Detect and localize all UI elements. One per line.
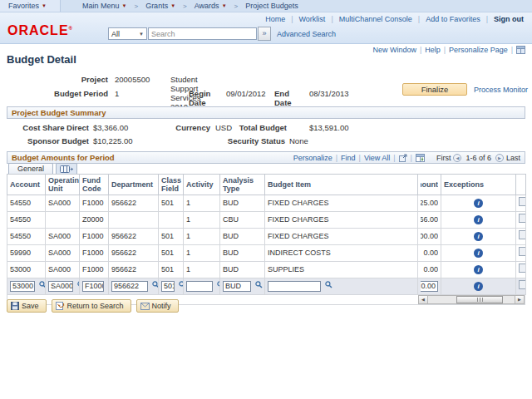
grid-section-header: Budget Amounts for Period Personalize | …: [7, 151, 525, 164]
save-button[interactable]: Save: [7, 299, 47, 313]
oracle-logo: ORACLE®: [7, 23, 73, 38]
personalize-page-link[interactable]: Personalize Page: [449, 46, 508, 54]
next-row-icon[interactable]: ▶: [495, 154, 504, 162]
account-input[interactable]: 53000: [10, 281, 35, 292]
fund-code-input[interactable]: F1000: [82, 281, 104, 292]
lookup-icon[interactable]: [325, 281, 332, 292]
analysis-type-input[interactable]: BUD: [223, 281, 251, 292]
breadcrumb-project-budgets[interactable]: Project Budgets: [242, 2, 302, 10]
amount-input[interactable]: 0.00: [421, 281, 438, 292]
add-to-favorites-link[interactable]: Add to Favorites: [426, 15, 480, 23]
link-separator: |: [359, 154, 361, 162]
horizontal-scrollbar[interactable]: ◀ ▶: [418, 295, 525, 304]
search-go-button[interactable]: »: [258, 27, 271, 41]
cell-account: 54550: [7, 229, 46, 245]
chevron-down-icon: ▼: [170, 3, 175, 8]
row-action-button[interactable]: [519, 247, 526, 256]
last-label[interactable]: Last: [506, 154, 520, 162]
new-window-link[interactable]: New Window: [372, 46, 416, 54]
scroll-right-icon[interactable]: ▶: [515, 296, 524, 303]
home-link[interactable]: Home: [265, 15, 285, 23]
cell-fund-code: F1000: [80, 278, 109, 295]
grid-toolbar: Personalize | Find | View All | | First …: [293, 154, 520, 162]
show-all-columns-tab[interactable]: [56, 163, 77, 174]
cell-analysis-type: BUD: [220, 229, 265, 245]
cell-department: 956622: [109, 245, 159, 262]
info-icon[interactable]: i: [474, 249, 483, 258]
search-input[interactable]: [148, 27, 257, 40]
project-row: Project 20005500 Student Support Service…: [0, 75, 108, 84]
cell-class-field: 501: [159, 278, 184, 295]
cell-amount: 0.00: [418, 245, 441, 262]
find-link[interactable]: Find: [341, 154, 356, 162]
worklist-link[interactable]: Worklist: [299, 15, 326, 23]
favorites-label: Favorites: [8, 2, 39, 10]
class-field-input[interactable]: 501: [161, 281, 175, 292]
help-link[interactable]: Help: [425, 46, 441, 54]
cell-operating-unit: SA000: [46, 262, 80, 278]
column-analysis-type: Analysis Type: [220, 175, 265, 195]
multichannel-console-link[interactable]: MultiChannel Console: [339, 15, 412, 23]
tab-general[interactable]: General: [8, 163, 53, 174]
project-label: Project: [0, 75, 108, 84]
cell-amount: 3,366.00: [418, 212, 441, 229]
activity-input[interactable]: [186, 281, 213, 292]
save-label: Save: [22, 302, 39, 310]
cell-operating-unit: SA000: [46, 245, 80, 262]
breadcrumb-main-menu[interactable]: Main Menu ▼: [79, 2, 130, 10]
cell-activity: 1: [184, 245, 220, 262]
http-grid-icon[interactable]: [516, 46, 525, 54]
grid-title: Budget Amounts for Period: [12, 153, 115, 162]
lookup-icon[interactable]: [152, 281, 159, 292]
page-links: New Window | Help | Personalize Page |: [372, 46, 525, 54]
row-action-button[interactable]: [519, 197, 526, 206]
cell-row-action: [516, 229, 526, 245]
first-label[interactable]: First: [436, 154, 451, 162]
notify-button[interactable]: Notify: [136, 299, 179, 313]
project-budgets-label: Project Budgets: [245, 2, 298, 10]
row-action-button[interactable]: [519, 230, 526, 239]
grid-row: 59990SA000F10009566225011BUDINDIRECT COS…: [7, 245, 526, 262]
operating-unit-input[interactable]: SA000: [48, 281, 73, 292]
cell-operating-unit: SA000: [46, 195, 80, 212]
lookup-icon[interactable]: [255, 281, 263, 292]
finalize-button[interactable]: Finalize: [402, 83, 467, 96]
breadcrumb-grants[interactable]: Grants ▼: [142, 2, 179, 10]
cell-fund-code: F1000: [80, 245, 109, 262]
row-action-button[interactable]: [519, 280, 526, 289]
process-monitor-link[interactable]: Process Monitor: [474, 86, 528, 94]
info-icon[interactable]: i: [474, 282, 483, 291]
zoom-popup-icon[interactable]: [399, 154, 407, 162]
budget-item-input[interactable]: [268, 281, 321, 292]
info-icon[interactable]: i: [474, 232, 483, 241]
advanced-search-link[interactable]: Advanced Search: [277, 30, 336, 38]
previous-row-icon[interactable]: ◀: [453, 154, 461, 162]
column-exceptions: Exceptions: [441, 175, 516, 195]
return-to-search-button[interactable]: Return to Search: [52, 299, 131, 313]
cell-fund-code: Z0000: [80, 212, 109, 229]
scroll-left-icon[interactable]: ◀: [419, 296, 428, 303]
department-input[interactable]: 956622: [111, 281, 148, 292]
row-action-button[interactable]: [519, 264, 526, 273]
breadcrumb-awards[interactable]: Awards ▼: [191, 2, 230, 10]
row-action-button[interactable]: [519, 214, 526, 223]
sponsor-budget-value: $10,225.00: [93, 136, 133, 145]
scrollbar-track[interactable]: [428, 296, 515, 303]
column-operating-unit: Operating Unit: [46, 175, 80, 195]
column-department: Department: [109, 175, 159, 195]
info-icon[interactable]: i: [474, 215, 483, 224]
lookup-icon[interactable]: [179, 281, 184, 292]
lookup-icon[interactable]: [39, 281, 46, 292]
info-icon[interactable]: i: [474, 265, 483, 274]
scrollbar-thumb[interactable]: [456, 296, 503, 303]
cell-exceptions: i: [441, 212, 516, 229]
search-scope-select[interactable]: All ▼: [108, 27, 147, 40]
sign-out-link[interactable]: Sign out: [494, 15, 524, 23]
lookup-icon[interactable]: [217, 281, 220, 292]
download-to-excel-icon[interactable]: [416, 154, 425, 162]
personalize-link[interactable]: Personalize: [293, 154, 332, 162]
breadcrumb-favorites[interactable]: Favorites ▼: [0, 0, 61, 12]
cell-budget-item: FIXED CHARGES: [265, 212, 418, 229]
info-icon[interactable]: i: [474, 199, 483, 208]
view-all-link[interactable]: View All: [364, 154, 390, 162]
